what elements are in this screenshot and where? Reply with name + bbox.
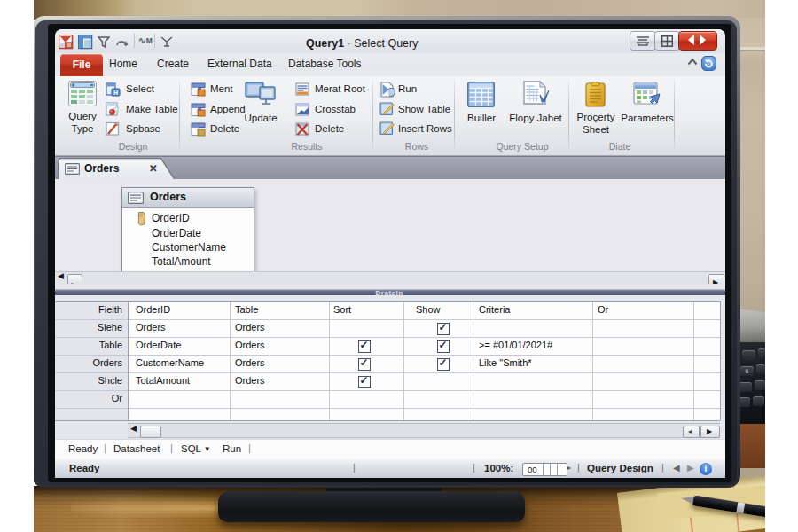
svg-text:H: H [113,90,118,96]
